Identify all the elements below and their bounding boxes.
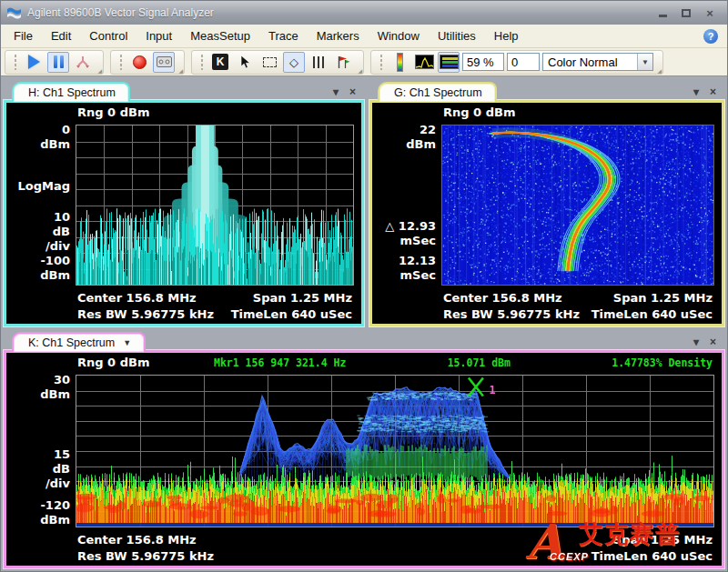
marker-frequency: Mkr1 156 947 321.4 Hz	[214, 356, 346, 369]
spectrum-h-plot[interactable]	[76, 125, 354, 286]
band-lines-button[interactable]	[308, 52, 329, 73]
scale-type-label: LogMag	[6, 179, 70, 193]
toolbar: ◢ ◢ K ◇	[1, 48, 727, 76]
pointer-icon	[239, 55, 251, 69]
y-axis-bottom-unit: dBm	[6, 268, 70, 282]
menu-file[interactable]: File	[5, 25, 42, 46]
pane-g: G: Ch1 Spectrum ▾ × Rng 0 dBm 22 dBm △ 1…	[369, 79, 724, 326]
recorder-button[interactable]	[153, 52, 175, 73]
pane-k: K: Ch1 Spectrum ▼ ▾ × Rng 0 dBm Mkr1 156…	[4, 329, 724, 568]
pane-h-menu-icon[interactable]: ▾	[333, 85, 339, 98]
span-readout: Span 1.25 MHz	[613, 533, 713, 547]
color-mode-select[interactable]: Color Normal ▼	[542, 53, 653, 71]
pane-g-menu-icon[interactable]: ▾	[693, 85, 699, 98]
window-title: Agilent 89600B Vector Signal Analyzer	[27, 6, 651, 19]
title-bar[interactable]: Agilent 89600B Vector Signal Analyzer ×	[1, 1, 727, 25]
marker-to-peak-button[interactable]	[332, 52, 354, 73]
span-readout: Span 1.25 MHz	[613, 291, 713, 305]
percent-field[interactable]	[462, 53, 504, 71]
menu-trace[interactable]: Trace	[259, 25, 308, 46]
range-readout: Rng 0 dBm	[77, 105, 149, 119]
timelen-readout: TimeLen 640 uSec	[592, 549, 713, 563]
group-grip-icon[interactable]	[379, 54, 383, 70]
spectrum-h-canvas[interactable]	[76, 125, 353, 285]
group-launcher-icon[interactable]: ◢	[178, 67, 183, 74]
colorbar-button[interactable]	[389, 52, 410, 73]
group-grip-icon[interactable]	[200, 54, 204, 70]
record-button[interactable]	[128, 52, 150, 73]
marker-density: 1.47783% Density	[612, 356, 713, 369]
menu-input[interactable]: Input	[136, 25, 181, 46]
spectrogram-g-canvas[interactable]	[442, 125, 713, 285]
record-icon	[133, 55, 147, 69]
menu-bar: File Edit Control Input MeasSetup Trace …	[1, 25, 727, 48]
maximize-button[interactable]	[674, 5, 698, 21]
menu-meassetup[interactable]: MeasSetup	[181, 25, 259, 46]
density-k-plot[interactable]: 1	[76, 375, 714, 527]
tab-dropdown-icon[interactable]: ▼	[123, 338, 131, 347]
minimize-button[interactable]	[651, 5, 674, 21]
pause-icon	[54, 55, 64, 68]
y-axis-top-value: 30	[6, 373, 70, 386]
menu-markers[interactable]: Markers	[308, 25, 369, 46]
restart-icon	[76, 55, 90, 69]
tab-h-ch1-spectrum[interactable]: H: Ch1 Spectrum	[12, 82, 130, 102]
dock-area: H: Ch1 Spectrum ▾ × Rng 0 dBm 0 dBm LogM…	[1, 76, 727, 571]
group-launcher-icon[interactable]: ◢	[97, 67, 102, 74]
range-readout: Rng 0 dBm	[77, 356, 149, 369]
toolbar-group-control: ◢	[5, 50, 104, 75]
panel-k-display[interactable]: Rng 0 dBm Mkr1 156 947 321.4 Hz 15.071 d…	[4, 350, 724, 568]
menu-help[interactable]: Help	[485, 25, 528, 46]
panel-h-display[interactable]: Rng 0 dBm 0 dBm LogMag 10 dB /div -100 d…	[4, 100, 364, 326]
color-mode-value: Color Normal	[543, 55, 637, 69]
chevron-down-icon[interactable]: ▼	[637, 54, 652, 70]
zoom-select-button[interactable]	[258, 52, 280, 73]
count-field[interactable]	[507, 53, 540, 71]
toolbar-group-record: ◢	[110, 50, 185, 75]
panel-g-display[interactable]: Rng 0 dBm 22 dBm △ 12.93 mSec 12.13 mSec…	[369, 100, 724, 326]
keyboard-button[interactable]: K	[209, 52, 231, 73]
menu-utilities[interactable]: Utilities	[429, 25, 485, 46]
group-launcher-icon[interactable]: ◢	[358, 67, 362, 74]
delta-time-value: △ 12.93	[372, 219, 436, 233]
spectrogram-view-button[interactable]	[438, 52, 460, 73]
group-grip-icon[interactable]	[119, 54, 123, 70]
menu-control[interactable]: Control	[80, 25, 136, 46]
pane-g-tabrow: G: Ch1 Spectrum ▾ ×	[369, 79, 724, 102]
restart-button[interactable]	[72, 52, 94, 73]
spectrum-view-button[interactable]	[413, 52, 435, 73]
play-button[interactable]	[23, 52, 45, 73]
help-icon[interactable]: ?	[703, 29, 718, 44]
y-axis-top-unit: dBm	[6, 387, 70, 401]
resbw-readout: Res BW 5.96775 kHz	[77, 549, 214, 563]
tab-g-ch1-spectrum[interactable]: G: Ch1 Spectrum	[378, 82, 497, 102]
pane-h-close-icon[interactable]: ×	[349, 85, 356, 98]
per-div-value: 15	[6, 447, 70, 461]
pointer-button[interactable]	[234, 52, 256, 73]
span-readout: Span 1.25 MHz	[253, 291, 352, 305]
y-axis-top-value: 0	[6, 123, 70, 136]
per-div-unit: dB	[6, 225, 70, 238]
k-icon: K	[212, 54, 228, 70]
menu-edit[interactable]: Edit	[42, 25, 80, 46]
pause-button[interactable]	[47, 52, 69, 73]
center-freq-readout: Center 156.8 MHz	[77, 533, 197, 547]
pane-k-menu-icon[interactable]: ▾	[693, 336, 699, 348]
pane-k-close-icon[interactable]: ×	[710, 336, 716, 348]
marker-number-label: 1	[490, 384, 496, 396]
density-k-canvas[interactable]	[76, 376, 713, 527]
time-unit: mSec	[372, 268, 436, 282]
per-div-suffix: /div	[6, 477, 70, 490]
per-div-value: 10	[6, 210, 70, 224]
menu-window[interactable]: Window	[369, 25, 429, 46]
selection-rect-icon	[263, 57, 277, 67]
close-button[interactable]: ×	[698, 5, 722, 21]
tab-k-ch1-spectrum[interactable]: K: Ch1 Spectrum ▼	[12, 332, 146, 352]
y-axis-bottom-value: -100	[6, 254, 70, 267]
y-axis-top-unit: dBm	[6, 137, 70, 151]
marker-button[interactable]: ◇	[283, 52, 305, 73]
pane-g-close-icon[interactable]: ×	[710, 85, 716, 98]
group-grip-icon[interactable]	[14, 54, 17, 70]
group-launcher-icon[interactable]: ◢	[657, 67, 662, 74]
spectrogram-g-plot[interactable]	[441, 125, 714, 286]
